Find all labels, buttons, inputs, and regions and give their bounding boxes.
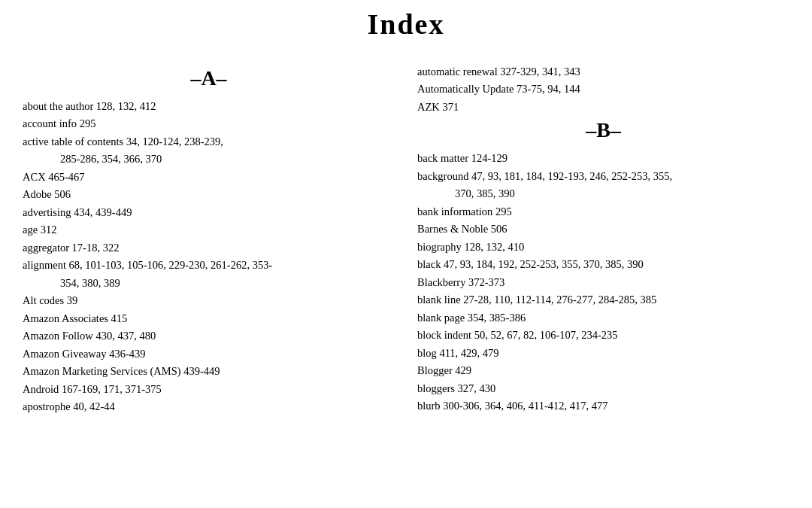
section-b-heading: –B– bbox=[417, 118, 789, 142]
list-item: blurb 300-306, 364, 406, 411-412, 417, 4… bbox=[417, 397, 789, 414]
list-item: Alt codes 39 bbox=[23, 292, 395, 309]
list-item: aggregator 17-18, 322 bbox=[23, 239, 395, 256]
list-item: Amazon Marketing Services (AMS) 439-449 bbox=[23, 363, 395, 379]
list-item: Barnes & Noble 506 bbox=[417, 221, 789, 237]
columns: –A– about the author 128, 132, 412accoun… bbox=[23, 63, 789, 415]
list-item: Amazon Giveaway 436-439 bbox=[23, 345, 395, 362]
list-item: blank line 27-28, 110, 112-114, 276-277,… bbox=[417, 291, 789, 308]
list-item: Android 167-169, 171, 371-375 bbox=[23, 381, 395, 397]
list-item: bloggers 327, 430 bbox=[417, 380, 789, 397]
list-item: Adobe 506 bbox=[23, 186, 395, 202]
list-item: AZK 371 bbox=[417, 99, 789, 115]
right-column: automatic renewal 327-329, 341, 343Autom… bbox=[410, 63, 789, 415]
list-item: account info 295 bbox=[23, 115, 395, 132]
list-item: Automatically Update 73-75, 94, 144 bbox=[417, 81, 789, 97]
right-entries: back matter 124-129background 47, 93, 18… bbox=[417, 150, 789, 414]
list-item: 285-286, 354, 366, 370 bbox=[23, 151, 395, 167]
list-item: Amazon Follow 430, 437, 480 bbox=[23, 327, 395, 344]
list-item: ACX 465-467 bbox=[23, 169, 395, 185]
list-item: Blogger 429 bbox=[417, 362, 789, 379]
list-item: bank information 295 bbox=[417, 203, 789, 220]
list-item: active table of contents 34, 120-124, 23… bbox=[23, 133, 395, 150]
list-item: black 47, 93, 184, 192, 252-253, 355, 37… bbox=[417, 256, 789, 272]
list-item: blank page 354, 385-386 bbox=[417, 309, 789, 326]
list-item: 370, 385, 390 bbox=[417, 185, 789, 202]
list-item: Amazon Associates 415 bbox=[23, 310, 395, 327]
list-item: advertising 434, 439-449 bbox=[23, 204, 395, 221]
list-item: blog 411, 429, 479 bbox=[417, 345, 789, 361]
list-item: background 47, 93, 181, 184, 192-193, 24… bbox=[417, 168, 789, 184]
right-entries-before-b: automatic renewal 327-329, 341, 343Autom… bbox=[417, 63, 789, 115]
left-entries: about the author 128, 132, 412account in… bbox=[23, 98, 395, 415]
list-item: automatic renewal 327-329, 341, 343 bbox=[417, 63, 789, 80]
list-item: biography 128, 132, 410 bbox=[417, 239, 789, 255]
section-a-heading: –A– bbox=[23, 66, 395, 90]
left-column: –A– about the author 128, 132, 412accoun… bbox=[23, 63, 410, 415]
list-item: back matter 124-129 bbox=[417, 150, 789, 166]
list-item: block indent 50, 52, 67, 82, 106-107, 23… bbox=[417, 327, 789, 343]
list-item: apostrophe 40, 42-44 bbox=[23, 398, 395, 415]
list-item: about the author 128, 132, 412 bbox=[23, 98, 395, 114]
list-item: age 312 bbox=[23, 221, 395, 238]
list-item: Blackberry 372-373 bbox=[417, 274, 789, 291]
page: Index –A– about the author 128, 132, 412… bbox=[0, 0, 812, 508]
page-title: Index bbox=[23, 8, 789, 41]
list-item: alignment 68, 101-103, 105-106, 229-230,… bbox=[23, 257, 395, 273]
list-item: 354, 380, 389 bbox=[23, 275, 395, 291]
title-area: Index bbox=[23, 0, 789, 54]
